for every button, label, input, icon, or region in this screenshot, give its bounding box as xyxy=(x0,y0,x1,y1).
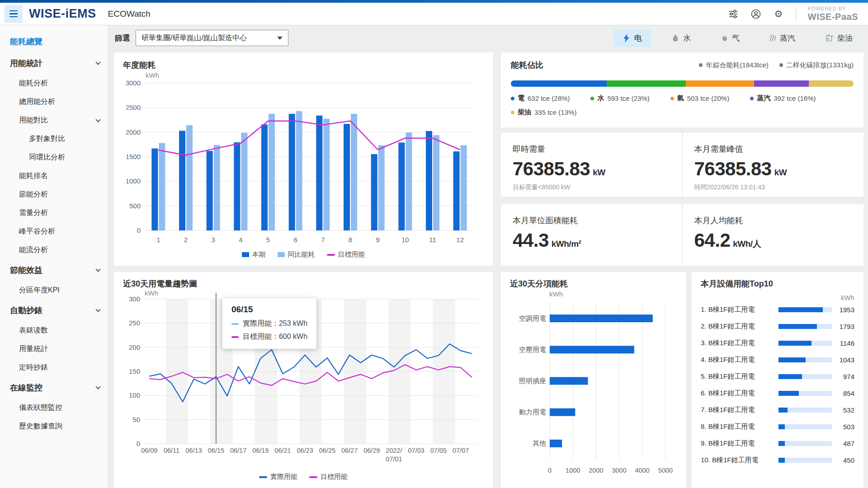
device-name: 7. B棟1F鉗工用電 xyxy=(701,406,778,414)
tab-lightning[interactable]: 电 xyxy=(613,29,651,47)
legend-dot-icon xyxy=(511,97,514,100)
category-30d-title: 近30天分項能耗 xyxy=(510,278,677,289)
annual-energy-legend[interactable]: 本期同比能耗目標用能 xyxy=(123,250,484,259)
steam-icon xyxy=(769,34,776,42)
user-account-icon[interactable] xyxy=(750,9,761,19)
area-intensity-card: 本月單位面積能耗 44.3kWh/m² xyxy=(501,204,682,266)
sidebar-item-14[interactable]: 自動抄錶 xyxy=(0,300,108,321)
sidebar-item-15[interactable]: 表錶读数 xyxy=(0,321,108,340)
svg-text:06/11: 06/11 xyxy=(164,447,179,454)
sidebar-item-label: 用量統計 xyxy=(19,344,48,354)
chevron-down-icon xyxy=(95,117,100,122)
svg-text:100: 100 xyxy=(129,391,140,399)
sidebar-item-0[interactable]: 能耗總覽 xyxy=(0,31,108,52)
usage-value: 1146 xyxy=(832,339,854,347)
usage-bar-fill xyxy=(778,374,802,379)
top10-row: 4. B棟1F鉗工用電1043 xyxy=(701,352,854,368)
sidebar-item-12[interactable]: 節能效益 xyxy=(0,259,108,281)
legend-dash-icon xyxy=(231,336,239,338)
device-name: 6. B棟1F鉗工用電 xyxy=(701,389,778,398)
svg-text:10: 10 xyxy=(401,236,409,244)
sidebar-item-10[interactable]: 峰平谷分析 xyxy=(0,222,108,241)
org-filter-select[interactable]: 研華集團/研華崑山/崑山製造中心 xyxy=(136,30,288,46)
svg-text:50: 50 xyxy=(132,416,140,423)
top10-row: 10. B棟1F鉗工用電450 xyxy=(701,452,854,469)
top10-row: 5. B棟1F鉗工用電974 xyxy=(701,368,854,385)
org-filter-value: 研華集團/研華崑山/崑山製造中心 xyxy=(142,33,247,43)
sidebar-item-3[interactable]: 總用能分析 xyxy=(0,93,108,111)
sidebar-item-label: 在線監控 xyxy=(10,382,42,393)
tab-steam[interactable]: 蒸汽 xyxy=(760,29,804,47)
sidebar-item-2[interactable]: 能耗分析 xyxy=(0,74,108,93)
legend-item[interactable]: 目標用能 xyxy=(327,250,365,259)
proportion-segment-柴油 xyxy=(809,80,854,87)
trend-30d-panel: 近30天用電量趨勢圖 050100150200250300kWh06/0906/… xyxy=(114,272,493,488)
topbar: WISE-iEMS ECOWatch ⚙ POWERED BY WISE-Paa… xyxy=(0,3,868,25)
sidebar-item-11[interactable]: 能流分析 xyxy=(0,241,108,259)
sidebar-item-7[interactable]: 能耗排名 xyxy=(0,167,108,185)
usage-bar-fill xyxy=(778,441,785,446)
gear-icon[interactable]: ⚙ xyxy=(773,9,784,19)
sidebar-item-19[interactable]: 儀表狀態監控 xyxy=(0,399,108,417)
sidebar-item-label: 歷史數據查詢 xyxy=(19,422,62,431)
sidebar-nav: 能耗總覽用能統計能耗分析總用能分析用能對比多對象對比同環比分析能耗排名節能分析需… xyxy=(0,25,108,488)
proportion-legend-item: 氣503 tce (20%) xyxy=(670,94,729,103)
usage-bar-fill xyxy=(778,357,806,362)
sidebar-item-6[interactable]: 同環比分析 xyxy=(0,148,108,167)
sidebar-item-17[interactable]: 定時抄錶 xyxy=(0,358,108,377)
legend-swatch-icon xyxy=(242,252,249,257)
usage-bar-track xyxy=(778,374,832,379)
svg-text:06/29: 06/29 xyxy=(363,447,380,454)
lightning-icon xyxy=(623,34,630,42)
svg-text:12: 12 xyxy=(456,236,464,244)
top10-title: 本月設備用能Top10 xyxy=(701,278,854,289)
device-name: 2. B棟1F鉗工用電 xyxy=(701,322,778,331)
annual-energy-chart[interactable]: 050010001500200025003000kWh1234567891011… xyxy=(123,70,484,248)
energy-proportion-legend: 電632 tce (28%)水593 tce (23%)氣503 tce (20… xyxy=(511,94,854,117)
svg-text:2: 2 xyxy=(184,236,188,244)
tab-water-drop[interactable]: 水 xyxy=(663,29,700,47)
legend-dash-icon xyxy=(231,323,239,325)
hamburger-menu-button[interactable] xyxy=(5,5,23,23)
sidebar-item-13[interactable]: 分區年度KPI xyxy=(0,281,108,300)
category-30d-chart[interactable]: 010002000300040005000kWh空調用電空壓用電照明插座動力用電… xyxy=(510,289,677,479)
sidebar-item-1[interactable]: 用能統計 xyxy=(0,52,108,74)
svg-text:9: 9 xyxy=(376,236,379,244)
trend-30d-legend[interactable]: 實際用能目標用能 xyxy=(123,473,484,481)
sidebar-item-18[interactable]: 在線監控 xyxy=(0,377,108,399)
sidebar-item-8[interactable]: 節能分析 xyxy=(0,185,108,204)
legend-item[interactable]: 實際用能 xyxy=(259,473,297,481)
legend-item[interactable]: 同比能耗 xyxy=(278,250,315,259)
sidebar-item-label: 儀表狀態監控 xyxy=(19,403,62,413)
sidebar-item-label: 能流分析 xyxy=(19,245,48,255)
proportion-segment-蒸汽 xyxy=(754,80,809,87)
svg-text:11: 11 xyxy=(429,236,436,244)
proportion-segment-氣 xyxy=(686,80,755,87)
tab-label: 水 xyxy=(683,33,691,43)
device-name: 5. B棟1F鉗工用電 xyxy=(701,372,778,381)
svg-text:500: 500 xyxy=(129,202,141,210)
tab-fuel-can[interactable]: 柴油 xyxy=(816,29,862,47)
legend-item[interactable]: 目標用能 xyxy=(309,473,348,481)
sidebar-item-4[interactable]: 用能對比 xyxy=(0,111,108,130)
filter-row: 篩選 研華集團/研華崑山/崑山製造中心 电水气蒸汽柴油 xyxy=(108,25,868,51)
sidebar-item-20[interactable]: 歷史數據查詢 xyxy=(0,417,108,436)
svg-text:8: 8 xyxy=(349,236,352,244)
sidebar-item-label: 表錶读数 xyxy=(19,326,48,335)
legend-item[interactable]: 本期 xyxy=(242,250,266,259)
usage-value: 1793 xyxy=(832,323,854,330)
svg-text:07/05: 07/05 xyxy=(430,447,447,454)
sidebar-item-16[interactable]: 用量統計 xyxy=(0,340,108,358)
usage-bar-fill xyxy=(778,408,788,413)
sidebar-item-9[interactable]: 需量分析 xyxy=(0,204,108,222)
svg-text:5: 5 xyxy=(266,236,270,244)
chevron-down-icon xyxy=(95,384,100,389)
sidebar-item-5[interactable]: 多對象對比 xyxy=(0,130,108,148)
sliders-icon[interactable] xyxy=(728,9,739,19)
svg-text:7: 7 xyxy=(321,236,325,244)
top10-row: 9. B棟1F鉗工用電487 xyxy=(701,435,854,452)
svg-text:6: 6 xyxy=(293,236,297,244)
energy-proportion-stacked-bar[interactable] xyxy=(511,80,854,87)
tab-flame[interactable]: 气 xyxy=(712,29,749,47)
svg-text:2022/07/01: 2022/07/01 xyxy=(386,447,402,463)
